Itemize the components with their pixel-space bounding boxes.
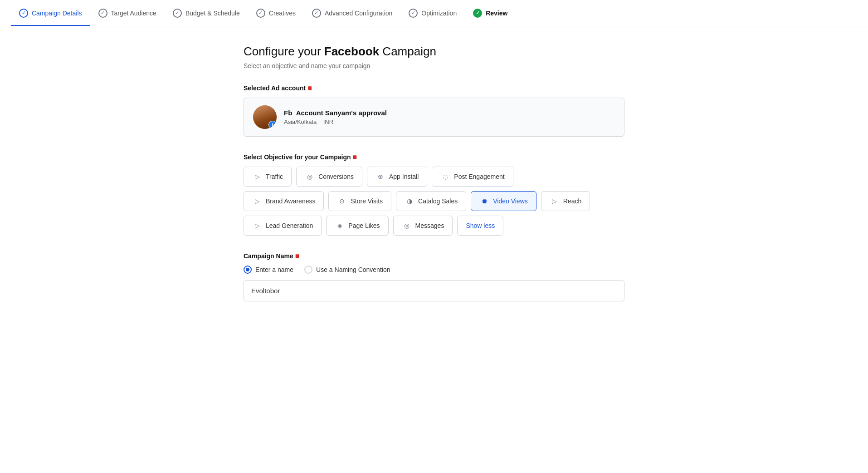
nav-label-budget-schedule: Budget & Schedule bbox=[185, 10, 240, 17]
top-navigation: ✓ Campaign Details ✓ Target Audience ✓ B… bbox=[0, 0, 868, 26]
account-timezone: Asia/Kolkata bbox=[284, 118, 317, 125]
nav-label-review: Review bbox=[486, 10, 507, 17]
nav-label-advanced-config: Advanced Configuration bbox=[325, 10, 392, 17]
show-less-label: Show less bbox=[466, 222, 495, 229]
account-avatar: f bbox=[253, 105, 277, 129]
nav-step-optimization[interactable]: ✓ Optimization bbox=[400, 0, 465, 26]
account-meta: Asia/Kolkata INR bbox=[284, 118, 387, 125]
objective-app-install[interactable]: ⊕ App Install bbox=[367, 167, 427, 187]
objective-catalog-sales-label: Catalog Sales bbox=[418, 197, 458, 205]
objective-traffic[interactable]: ▷ Traffic bbox=[244, 167, 292, 187]
ad-account-section-label: Selected Ad account ■ bbox=[244, 84, 624, 92]
nav-step-creatives[interactable]: ✓ Creatives bbox=[248, 0, 304, 26]
radio-naming-convention-circle bbox=[304, 266, 312, 274]
page-title-brand: Facebook bbox=[324, 44, 379, 58]
catalog-sales-icon: ◑ bbox=[405, 196, 414, 206]
objective-messages-label: Messages bbox=[415, 222, 444, 229]
app-install-icon: ⊕ bbox=[375, 172, 385, 182]
objective-brand-awareness-label: Brand Awareness bbox=[266, 197, 315, 205]
objective-video-views-label: Video Views bbox=[493, 197, 528, 205]
nav-label-target-audience: Target Audience bbox=[111, 10, 156, 17]
objective-store-visits[interactable]: ⊙ Store Visits bbox=[328, 191, 391, 211]
account-currency: INR bbox=[323, 118, 333, 125]
page-title-prefix: Configure your bbox=[244, 44, 324, 58]
step-icon-review: ✓ bbox=[473, 9, 482, 18]
step-icon-campaign-details: ✓ bbox=[19, 9, 28, 18]
messages-icon: ◎ bbox=[402, 221, 412, 231]
reach-icon: ▷ bbox=[550, 196, 560, 206]
radio-enter-name-label: Enter a name bbox=[255, 266, 293, 273]
objectives-row-3: ▷ Lead Generation ◈ Page Likes ◎ Message… bbox=[244, 216, 624, 236]
nav-label-optimization: Optimization bbox=[421, 10, 457, 17]
objective-page-likes-label: Page Likes bbox=[348, 222, 380, 229]
nav-step-review[interactable]: ✓ Review bbox=[465, 0, 516, 26]
show-less-button[interactable]: Show less bbox=[457, 216, 503, 236]
objective-store-visits-label: Store Visits bbox=[351, 197, 383, 205]
objective-post-engagement[interactable]: ◌ Post Engagement bbox=[432, 167, 513, 187]
step-icon-advanced-config: ✓ bbox=[312, 9, 321, 18]
radio-enter-name-circle bbox=[244, 266, 252, 274]
objective-lead-generation[interactable]: ▷ Lead Generation bbox=[244, 216, 322, 236]
campaign-name-section: Campaign Name ■ Enter a name Use a Namin… bbox=[244, 252, 624, 301]
campaign-name-radio-group: Enter a name Use a Naming Convention bbox=[244, 266, 624, 274]
campaign-name-section-label: Campaign Name ■ bbox=[244, 252, 624, 260]
video-views-icon: ⏺ bbox=[479, 196, 489, 206]
nav-label-creatives: Creatives bbox=[269, 10, 296, 17]
objective-conversions-label: Conversions bbox=[318, 173, 354, 180]
step-icon-optimization: ✓ bbox=[409, 9, 418, 18]
conversions-icon: ◎ bbox=[305, 172, 315, 182]
nav-label-campaign-details: Campaign Details bbox=[32, 10, 82, 17]
radio-naming-convention[interactable]: Use a Naming Convention bbox=[304, 266, 390, 274]
traffic-icon: ▷ bbox=[252, 172, 262, 182]
required-indicator-name: ■ bbox=[295, 252, 300, 260]
objective-section-label: Select Objective for your Campaign ■ bbox=[244, 153, 624, 161]
objective-app-install-label: App Install bbox=[389, 173, 419, 180]
objective-reach-label: Reach bbox=[563, 197, 581, 205]
page-subtitle: Select an objective and name your campai… bbox=[244, 62, 624, 69]
objective-brand-awareness[interactable]: ▷ Brand Awareness bbox=[244, 191, 324, 211]
objectives-row-2: ▷ Brand Awareness ⊙ Store Visits ◑ Catal… bbox=[244, 191, 624, 211]
post-engagement-icon: ◌ bbox=[440, 172, 450, 182]
facebook-badge: f bbox=[268, 121, 277, 129]
required-indicator-account: ■ bbox=[307, 84, 312, 92]
objective-lead-generation-label: Lead Generation bbox=[266, 222, 313, 229]
store-visits-icon: ⊙ bbox=[337, 196, 347, 206]
lead-generation-icon: ▷ bbox=[252, 221, 262, 231]
step-icon-target-audience: ✓ bbox=[98, 9, 107, 18]
nav-step-campaign-details[interactable]: ✓ Campaign Details bbox=[11, 0, 90, 26]
objective-post-engagement-label: Post Engagement bbox=[454, 173, 504, 180]
objectives-row-1: ▷ Traffic ◎ Conversions ⊕ App Install ◌ … bbox=[244, 167, 624, 187]
nav-step-target-audience[interactable]: ✓ Target Audience bbox=[90, 0, 165, 26]
objective-messages[interactable]: ◎ Messages bbox=[393, 216, 453, 236]
ad-account-card[interactable]: f Fb_Account Sanyam's approval Asia/Kolk… bbox=[244, 98, 624, 137]
objective-traffic-label: Traffic bbox=[266, 173, 283, 180]
objective-reach[interactable]: ▷ Reach bbox=[541, 191, 590, 211]
objective-video-views[interactable]: ⏺ Video Views bbox=[471, 191, 536, 211]
objective-catalog-sales[interactable]: ◑ Catalog Sales bbox=[396, 191, 466, 211]
nav-step-advanced-config[interactable]: ✓ Advanced Configuration bbox=[304, 0, 400, 26]
objective-section: Select Objective for your Campaign ■ ▷ T… bbox=[244, 153, 624, 236]
objective-conversions[interactable]: ◎ Conversions bbox=[296, 167, 362, 187]
brand-awareness-icon: ▷ bbox=[252, 196, 262, 206]
main-content: Configure your Facebook Campaign Select … bbox=[207, 26, 661, 330]
required-indicator-objective: ■ bbox=[353, 153, 357, 161]
page-likes-icon: ◈ bbox=[335, 221, 345, 231]
step-icon-budget-schedule: ✓ bbox=[173, 9, 182, 18]
campaign-name-input[interactable] bbox=[244, 280, 624, 301]
account-name: Fb_Account Sanyam's approval bbox=[284, 109, 387, 117]
objective-page-likes[interactable]: ◈ Page Likes bbox=[326, 216, 388, 236]
page-title-suffix: Campaign bbox=[379, 44, 436, 58]
nav-step-budget-schedule[interactable]: ✓ Budget & Schedule bbox=[165, 0, 248, 26]
step-icon-creatives: ✓ bbox=[256, 9, 265, 18]
radio-naming-convention-label: Use a Naming Convention bbox=[316, 266, 390, 273]
page-title: Configure your Facebook Campaign bbox=[244, 44, 624, 59]
account-info: Fb_Account Sanyam's approval Asia/Kolkat… bbox=[284, 109, 387, 125]
radio-enter-name[interactable]: Enter a name bbox=[244, 266, 293, 274]
